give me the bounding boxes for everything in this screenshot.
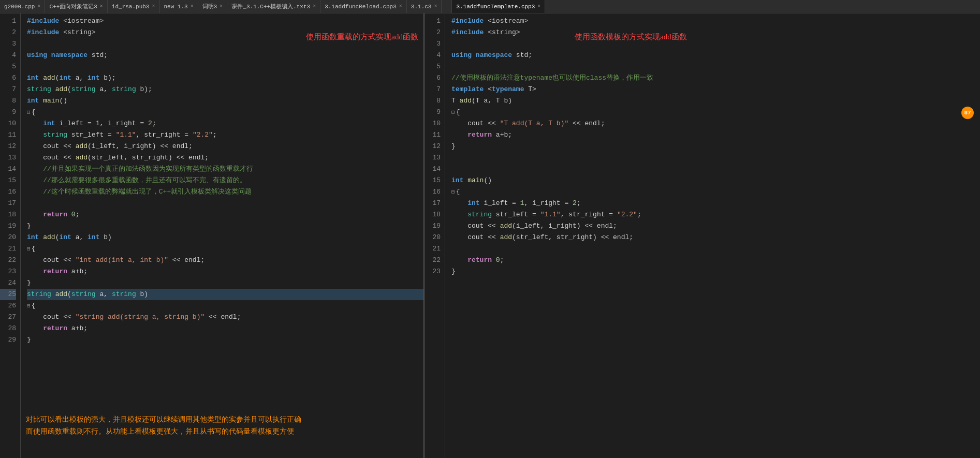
rln-18: 18 (425, 209, 441, 220)
ln-16: 16 (0, 186, 16, 198)
code-line-13: cout << add(str_left, str_right) << endl… (27, 152, 423, 164)
ln-1: 1 (0, 16, 16, 27)
ln-2: 2 (0, 27, 16, 38)
code-line-15: //那么就需要很多很多重载函数，并且还有可以写不完、有遗留的。 (27, 175, 423, 186)
tab-cpp-notes[interactable]: C++面向对象笔记3 × (45, 0, 107, 13)
code-line-16: //这个时候函数重载的弊端就出现了，C++就引入模板类解决这类问题 (27, 186, 423, 198)
code-line-20: int add(int a, int b) (27, 232, 423, 243)
code-line-26: ⊟{ (27, 300, 423, 312)
rcode-line-2: #include <string> (451, 27, 980, 38)
ln-19: 19 (0, 220, 16, 232)
tab-course[interactable]: 课件_3.1.C++模板编入.txt3 × (227, 0, 320, 13)
rcode-line-9: ⊟{ (451, 107, 980, 118)
ln-12: 12 (0, 141, 16, 152)
right-code-content[interactable]: 使用函数模板的方式实现add函数 #include <iostream> #in… (445, 13, 980, 458)
ln-13: 13 (0, 152, 16, 164)
rln-8: 8 (425, 95, 441, 107)
rln-3: 3 (425, 38, 441, 50)
code-line-4: using namespace std; (27, 50, 423, 61)
ln-3: 3 (0, 38, 16, 50)
rln-14: 14 (425, 164, 441, 175)
ln-22: 22 (0, 255, 16, 266)
tab-idrsa[interactable]: id_rsa.pub3 × (108, 0, 160, 13)
rln-6: 6 (425, 72, 441, 84)
close-icon[interactable]: × (152, 4, 155, 9)
rcode-line-15: int main() (451, 175, 980, 186)
tab-label: 词明3 (202, 3, 217, 10)
tab-bar: g2000.cpp × C++面向对象笔记3 × id_rsa.pub3 × n… (0, 0, 980, 13)
tab-g2000[interactable]: g2000.cpp × (0, 0, 45, 13)
rcode-line-1: #include <iostream> (451, 16, 980, 27)
ln-25: 25 (0, 289, 16, 300)
rcode-line-12: } (451, 141, 980, 152)
rln-23: 23 (425, 266, 441, 277)
ln-21: 21 (0, 243, 16, 255)
code-line-14: //并且如果实现一个真正的加法函数因为实现所有类型的函数重载才行 (27, 164, 423, 175)
code-line-23: return a+b; (27, 266, 423, 277)
right-line-numbers: 1 2 3 4 5 6 7 8 9 10 11 12 13 14 15 16 1… (425, 13, 445, 458)
tab-label: g2000.cpp (4, 4, 35, 10)
ln-15: 15 (0, 175, 16, 186)
code-line-27: cout << "string add(string a, string b)"… (27, 312, 423, 323)
close-icon[interactable]: × (537, 4, 540, 9)
rln-15: 15 (425, 175, 441, 186)
left-line-numbers: 1 2 3 4 5 6 7 8 9 10 11 12 13 14 15 16 1… (0, 13, 21, 458)
close-icon[interactable]: × (100, 4, 103, 9)
close-icon[interactable]: × (37, 4, 40, 9)
rln-7: 7 (425, 84, 441, 95)
code-line-28: return a+b; (27, 323, 423, 334)
rcode-line-11: return a+b; (451, 129, 980, 141)
tab-new1[interactable]: new 1.3 × (160, 0, 198, 13)
close-icon[interactable]: × (434, 4, 437, 9)
tab-label: 3.1addfuncReload.cpp3 (325, 4, 397, 10)
close-icon[interactable]: × (399, 4, 402, 9)
code-line-7: string add(string a, string b); (27, 84, 423, 95)
rln-11: 11 (425, 129, 441, 141)
tab-label: 3.1addfuncTemplate.cpp3 (456, 4, 535, 10)
code-line-6: int add(int a, int b); (27, 72, 423, 84)
ln-6: 6 (0, 72, 16, 84)
annotation-bottom-line2: 而使用函数重载则不行。从功能上看模板更强大，并且从书写的代码量看模板更方便 (26, 426, 418, 437)
ln-7: 7 (0, 84, 16, 95)
rcode-line-5 (451, 61, 980, 72)
rln-9: 9 (425, 107, 441, 118)
ln-9: 9 (0, 107, 16, 118)
annotation-bottom-line1: 对比可以看出模板的强大，并且模板还可以继续调用其他类型的实参并且可以执行正确 (26, 414, 418, 425)
tab-ciming[interactable]: 词明3 × (198, 0, 228, 13)
left-code-content[interactable]: 使用函数重载的方式实现add函数 #include <iostream> #in… (21, 13, 423, 458)
rln-17: 17 (425, 198, 441, 209)
close-icon[interactable]: × (313, 4, 316, 9)
code-line-3 (27, 38, 423, 50)
rcode-line-7: template <typename T> (451, 84, 980, 95)
rcode-line-19: cout << add(i_left, i_right) << endl; (451, 220, 980, 232)
tab-label: C++面向对象笔记3 (49, 3, 97, 10)
tab-31c[interactable]: 3.1.c3 × (407, 0, 442, 13)
rcode-line-8: T add(T a, T b) (451, 95, 980, 107)
tab-template[interactable]: 3.1addfuncTemplate.cpp3 × (452, 0, 545, 13)
rln-12: 12 (425, 141, 441, 152)
code-line-21: ⊟{ (27, 243, 423, 255)
tab-reload[interactable]: 3.1addfuncReload.cpp3 × (320, 0, 407, 13)
rcode-line-23: } (451, 266, 980, 277)
rcode-line-17: int i_left = 1, i_right = 2; (451, 198, 980, 209)
code-line-25: string add(string a, string b) (27, 289, 423, 300)
right-editor: 1 2 3 4 5 6 7 8 9 10 11 12 13 14 15 16 1… (425, 13, 980, 458)
tab-label: 课件_3.1.C++模板编入.txt3 (231, 3, 310, 10)
ln-18: 18 (0, 209, 16, 220)
code-line-12: cout << add(i_left, i_right) << endl; (27, 141, 423, 152)
code-line-10: int i_left = 1, i_right = 2; (27, 118, 423, 129)
ln-10: 10 (0, 118, 16, 129)
ln-29: 29 (0, 334, 16, 346)
code-line-17 (27, 198, 423, 209)
code-line-29: } (27, 334, 423, 346)
orange-badge: 87 (961, 107, 974, 119)
rln-4: 4 (425, 50, 441, 61)
code-line-19: } (27, 220, 423, 232)
rcode-line-10: cout << "T add(T a, T b)" << endl; (451, 118, 980, 129)
close-icon[interactable]: × (191, 4, 194, 9)
code-line-22: cout << "int add(int a, int b)" << endl; (27, 255, 423, 266)
ln-5: 5 (0, 61, 16, 72)
rcode-line-4: using namespace std; (451, 50, 980, 61)
rln-22: 22 (425, 255, 441, 266)
close-icon[interactable]: × (220, 4, 223, 9)
